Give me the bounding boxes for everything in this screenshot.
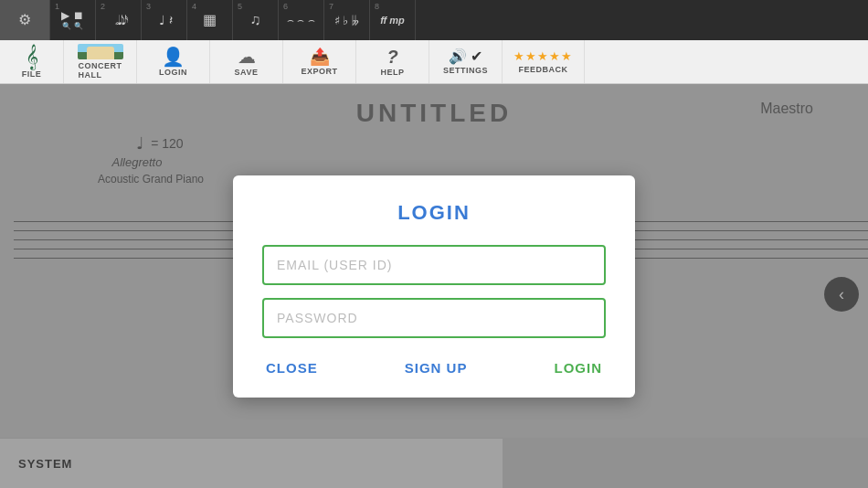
feedback-button[interactable]: ★★★★★ FEEDBACK [503, 40, 585, 83]
help-icon: ? [386, 48, 397, 66]
password-input[interactable] [262, 298, 606, 338]
modal-overlay: LOGIN CLOSE SIGN UP LOGIN [0, 84, 868, 488]
toolbar-section-7[interactable]: 7 ♯ ♭ 𝄫 [324, 0, 370, 40]
toolbar-section-4[interactable]: 4 ▦ [187, 0, 233, 40]
toolbar-gear[interactable]: ⚙ [0, 0, 50, 40]
file-button[interactable]: 𝄞 FILE [0, 40, 64, 83]
modal-actions: CLOSE SIGN UP LOGIN [262, 360, 606, 376]
toolbar-section-5[interactable]: 5 ♫ [233, 0, 279, 40]
gear-icon: ⚙ [18, 13, 31, 27]
concert-hall-thumbnail [78, 44, 123, 59]
section-num-1: 1 [55, 2, 59, 11]
login-modal: LOGIN CLOSE SIGN UP LOGIN [233, 175, 635, 398]
note-icons-3: ♩ 𝄽 [159, 14, 169, 27]
save-label: SAVE [235, 68, 259, 77]
playback-icons: ▶ ⏹ [61, 10, 83, 21]
settings-button[interactable]: 🔊 ✔ SETTINGS [429, 40, 503, 83]
file-label: FILE [22, 69, 42, 79]
accidental-icons: ♯ ♭ 𝄫 [334, 15, 359, 27]
settings-icons: 🔊 ✔ [449, 49, 482, 64]
save-button[interactable]: ☁ SAVE [210, 40, 283, 83]
settings-label: SETTINGS [443, 66, 488, 75]
concert-hall-label: CONCERTHALL [79, 61, 122, 80]
toolbar-section-6[interactable]: 6 ⌢ ⌢ ⌢ [279, 0, 324, 40]
email-input[interactable] [262, 245, 606, 285]
person-icon: 👤 [162, 48, 185, 66]
modal-login-button[interactable]: LOGIN [555, 360, 603, 376]
toolbar-section-8[interactable]: 8 ff mp [370, 0, 416, 40]
cloud-save-icon: ☁ [238, 48, 256, 66]
note-icons-2: 𝅗𝅥 𝅘𝅥𝅮 𝅘𝅥𝅯 [115, 14, 122, 27]
feedback-label: FEEDBACK [518, 65, 567, 74]
second-toolbar: 𝄞 FILE CONCERTHALL 👤 LOGIN ☁ SAVE 📤 EXPO… [0, 40, 868, 84]
toolbar-section-2[interactable]: 2 𝅗𝅥 𝅘𝅥𝅮 𝅘𝅥𝅯 [96, 0, 142, 40]
toolbar-section-3[interactable]: 3 ♩ 𝄽 [142, 0, 187, 40]
main-content: UNTITLED ♩ = 120 Allegretto Acoustic Gra… [0, 84, 868, 488]
grid-icon: ▦ [203, 13, 217, 27]
section-num-4: 4 [192, 2, 196, 11]
concert-hall-button[interactable]: CONCERTHALL [64, 40, 137, 83]
login-label: LOGIN [159, 68, 187, 77]
section-num-6: 6 [283, 2, 288, 11]
slur-icons: ⌢ ⌢ ⌢ [287, 15, 315, 26]
login-button[interactable]: 👤 LOGIN [137, 40, 210, 83]
export-icon: 📤 [310, 48, 330, 65]
section-num-8: 8 [375, 2, 379, 11]
section-num-2: 2 [101, 2, 105, 11]
section-num-5: 5 [238, 2, 242, 11]
signup-button[interactable]: SIGN UP [405, 360, 468, 376]
help-button[interactable]: ? HELP [356, 40, 429, 83]
treble-clef-icon: 𝄞 [26, 46, 38, 68]
section-num-3: 3 [146, 2, 151, 11]
dynamics-icons: ff mp [380, 16, 405, 26]
zoom-icons: 🔍 🔍 [62, 22, 82, 30]
toolbar-section-1[interactable]: 1 ▶ ⏹ 🔍 🔍 [50, 0, 96, 40]
close-button[interactable]: CLOSE [266, 360, 318, 376]
section-num-7: 7 [329, 2, 333, 11]
top-toolbar: ⚙ 1 ▶ ⏹ 🔍 🔍 2 𝅗𝅥 𝅘𝅥𝅮 𝅘𝅥𝅯 3 ♩ 𝄽 4 ▦ 5 ♫ 6… [0, 0, 868, 40]
export-button[interactable]: 📤 EXPORT [283, 40, 356, 83]
help-label: HELP [380, 68, 404, 77]
star-icons: ★★★★★ [513, 49, 573, 63]
beam-note-icon: ♫ [250, 13, 261, 27]
export-label: EXPORT [301, 67, 337, 76]
modal-title: LOGIN [262, 201, 606, 225]
